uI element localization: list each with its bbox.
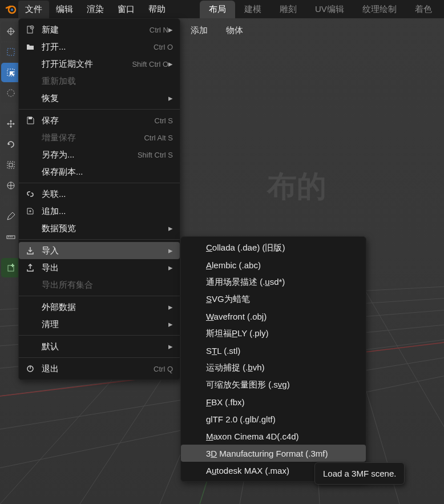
menu-item-label: 打开近期文件 xyxy=(42,59,132,70)
file-menu-item[interactable]: 打开近期文件Shift Ctrl O▸ xyxy=(19,55,180,72)
menu-item-label: 通用场景描述 (.usd*) xyxy=(206,277,285,288)
file-menu-item[interactable]: 数据预览▸ xyxy=(19,220,180,237)
menu-item-label: 导入 xyxy=(42,245,168,256)
file-menu-item[interactable]: 新建Ctrl N▸ xyxy=(19,21,180,38)
open-icon xyxy=(26,42,42,51)
link-icon xyxy=(26,189,42,199)
shortcut: Ctrl S xyxy=(155,116,173,125)
import-menu-item[interactable]: glTF 2.0 (.glb/.gltf) xyxy=(181,410,366,428)
file-menu-item[interactable]: 关联... xyxy=(19,186,180,203)
file-menu-item[interactable]: 追加... xyxy=(19,203,180,220)
menu-item-label: Maxon Cinema 4D(.c4d) xyxy=(206,432,299,441)
menu-item-label: 3D Manufacturing Format (.3mf) xyxy=(206,449,328,458)
menu-编辑[interactable]: 编辑 xyxy=(49,1,80,18)
svg-point-17 xyxy=(11,9,13,11)
menu-item-label: 新建 xyxy=(42,25,150,35)
menu-item-label: Autodesk MAX (.max) xyxy=(206,466,289,475)
import-menu-item[interactable]: 运动捕捉 (.bvh) xyxy=(181,359,366,376)
import-menu-item[interactable]: Wavefront (.obj) xyxy=(181,308,366,325)
tool-scale[interactable] xyxy=(1,155,21,175)
menu-item-label: 重新加载 xyxy=(42,76,173,87)
header-menu-添加[interactable]: 添加 xyxy=(181,25,217,36)
tool-rotate[interactable] xyxy=(1,135,21,154)
file-menu-item[interactable]: 导入▸ xyxy=(19,242,180,259)
file-menu-item[interactable]: 外部数据▸ xyxy=(19,299,180,316)
tool-select-box[interactable] xyxy=(1,42,21,62)
new-icon xyxy=(26,25,42,34)
file-menu-item[interactable]: 退出Ctrl Q xyxy=(19,360,180,377)
tool-shelf xyxy=(1,22,21,277)
shortcut: Ctrl Alt S xyxy=(144,134,173,142)
append-icon xyxy=(26,207,42,216)
tool-lasso[interactable] xyxy=(1,83,21,103)
submenu-arrow-icon: ▸ xyxy=(168,93,173,103)
menu-item-label: 关联... xyxy=(42,189,173,200)
menu-bar: 文件编辑渲染窗口帮助 xyxy=(18,1,172,18)
menu-item-label: Collada (.dae) (旧版) xyxy=(206,243,285,253)
import-icon xyxy=(26,246,42,255)
workspace-tab[interactable]: 布局 xyxy=(200,1,235,18)
menu-帮助[interactable]: 帮助 xyxy=(142,1,172,18)
import-menu-item[interactable]: Alembic (.abc) xyxy=(181,256,366,273)
tooltip: Load a 3MF scene. xyxy=(314,462,405,485)
top-bar: 文件编辑渲染窗口帮助 布局建模雕刻UV编辑纹理绘制着色 xyxy=(0,0,444,18)
menu-item-label: 外部数据 xyxy=(42,302,168,313)
file-menu-item[interactable]: 打开...Ctrl O xyxy=(19,38,180,55)
menu-item-label: 增量保存 xyxy=(42,132,144,143)
import-menu-item[interactable]: 斯坦福PLY (.ply) xyxy=(181,325,366,342)
shortcut: Ctrl O xyxy=(154,43,173,51)
import-menu-item[interactable]: STL (.stl) xyxy=(181,342,366,359)
quit-icon xyxy=(26,364,42,373)
import-menu-item[interactable]: Collada (.dae) (旧版) xyxy=(181,239,366,256)
tool-transform[interactable] xyxy=(1,176,21,195)
import-menu-item[interactable]: SVG为蜡笔 xyxy=(181,291,366,308)
menu-item-label: STL (.stl) xyxy=(206,346,240,356)
header-menu-物体[interactable]: 物体 xyxy=(217,25,252,36)
menu-item-label: Wavefront (.obj) xyxy=(206,312,267,321)
submenu-arrow-icon: ▸ xyxy=(168,25,173,35)
tool-select[interactable] xyxy=(1,63,21,82)
import-menu-item[interactable]: FBX (.fbx) xyxy=(181,393,366,410)
tool-measure[interactable] xyxy=(1,227,21,247)
menu-窗口[interactable]: 窗口 xyxy=(111,1,142,18)
file-menu-item[interactable]: 默认▸ xyxy=(19,338,180,355)
file-menu-item[interactable]: 保存副本... xyxy=(19,163,180,180)
file-menu-item[interactable]: 恢复▸ xyxy=(19,90,180,107)
file-menu-item[interactable]: 另存为...Shift Ctrl S xyxy=(19,146,180,163)
menu-item-label: 保存 xyxy=(42,115,155,126)
workspace-tab[interactable]: UV编辑 xyxy=(306,1,353,18)
file-menu-item[interactable]: 导出▸ xyxy=(19,259,180,276)
import-menu-item[interactable]: 通用场景描述 (.usd*) xyxy=(181,273,366,291)
blender-logo-icon[interactable] xyxy=(3,3,18,15)
tool-add[interactable] xyxy=(1,258,21,277)
submenu-arrow-icon: ▸ xyxy=(168,245,173,256)
menu-item-label: 退出 xyxy=(42,364,154,374)
menu-文件[interactable]: 文件 xyxy=(18,1,49,18)
import-menu-item[interactable]: 3D Manufacturing Format (.3mf) xyxy=(181,445,366,462)
tool-annotate[interactable] xyxy=(1,207,21,226)
export-icon xyxy=(26,263,42,272)
menu-item-label: FBX (.fbx) xyxy=(206,397,245,407)
workspace-tab[interactable]: 雕刻 xyxy=(271,1,306,18)
import-menu-item[interactable]: Maxon Cinema 4D(.c4d) xyxy=(181,428,366,445)
save-icon xyxy=(26,116,42,125)
menu-item-label: 清理 xyxy=(42,319,168,330)
import-submenu: Collada (.dae) (旧版)Alembic (.abc)通用场景描述 … xyxy=(180,236,366,482)
workspace-tab[interactable]: 建模 xyxy=(235,1,271,18)
svg-rect-38 xyxy=(29,117,32,119)
workspace-tab[interactable]: 着色 xyxy=(406,1,441,18)
menu-item-label: 打开... xyxy=(42,42,154,53)
tool-move[interactable] xyxy=(1,114,21,134)
file-menu-item[interactable]: 保存Ctrl S xyxy=(19,112,180,129)
workspace-tab[interactable]: 纹理绘制 xyxy=(353,1,406,18)
submenu-arrow-icon: ▸ xyxy=(168,302,173,312)
menu-渲染[interactable]: 渲染 xyxy=(80,1,111,18)
file-menu-item: 导出所有集合 xyxy=(19,276,180,293)
file-menu-item: 增量保存Ctrl Alt S xyxy=(19,129,180,146)
shortcut: Shift Ctrl O xyxy=(132,60,168,68)
import-menu-item[interactable]: 可缩放矢量图形 (.svg) xyxy=(181,376,366,393)
file-menu-item[interactable]: 清理▸ xyxy=(19,316,180,333)
file-menu-item: 重新加载 xyxy=(19,72,180,90)
svg-point-23 xyxy=(7,90,14,96)
menu-item-label: Alembic (.abc) xyxy=(206,260,261,270)
